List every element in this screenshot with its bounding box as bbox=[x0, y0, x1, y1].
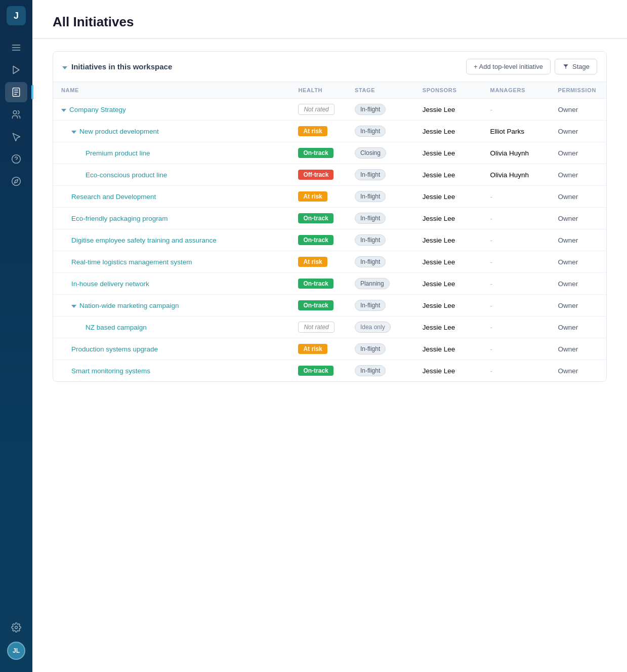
settings-icon bbox=[11, 622, 21, 633]
cell-stage: In-flight bbox=[347, 99, 414, 121]
table-row: Digitise employee safety training and as… bbox=[53, 229, 606, 251]
permission-value: Owner bbox=[558, 106, 578, 113]
cell-name: Eco-conscious product line bbox=[53, 164, 290, 186]
cell-name: Production systems upgrade bbox=[53, 338, 290, 360]
sidebar-item-cursor[interactable] bbox=[5, 127, 27, 147]
stage-badge: In-flight bbox=[355, 169, 386, 180]
table-row: Nation-wide marketing campaignOn-trackIn… bbox=[53, 295, 606, 317]
cell-health: Not rated bbox=[290, 317, 347, 338]
app-logo[interactable]: J bbox=[7, 6, 26, 25]
sponsors-value: Jessie Lee bbox=[423, 302, 455, 309]
managers-value: - bbox=[490, 324, 493, 331]
cell-health: On-track bbox=[290, 208, 347, 229]
health-badge: At risk bbox=[298, 126, 327, 136]
permission-value: Owner bbox=[558, 149, 578, 157]
add-initiative-button[interactable]: + Add top-level initiative bbox=[466, 59, 551, 74]
managers-value: - bbox=[490, 280, 493, 288]
initiative-name-premium-product-line[interactable]: Premium product line bbox=[86, 149, 282, 157]
sidebar-item-compass[interactable] bbox=[5, 171, 27, 191]
cell-managers: - bbox=[482, 295, 550, 317]
sidebar-item-settings[interactable] bbox=[5, 617, 27, 638]
cell-sponsors: Jessie Lee bbox=[414, 317, 482, 338]
cell-managers: - bbox=[482, 273, 550, 295]
permission-value: Owner bbox=[558, 345, 578, 353]
managers-value: - bbox=[490, 302, 493, 309]
initiative-name-eco-packaging[interactable]: Eco-friendly packaging program bbox=[71, 215, 282, 222]
cell-name: Premium product line bbox=[53, 142, 290, 164]
cell-sponsors: Jessie Lee bbox=[414, 273, 482, 295]
health-badge: At risk bbox=[298, 344, 327, 354]
sidebar-item-menu[interactable] bbox=[5, 37, 27, 58]
table-row: New product developmentAt riskIn-flightJ… bbox=[53, 121, 606, 142]
col-header-sponsors: SPONSORS bbox=[414, 82, 482, 99]
cell-name: Smart monitoring systems bbox=[53, 360, 290, 382]
sidebar-item-documents[interactable] bbox=[5, 82, 27, 102]
initiative-name-logistics[interactable]: Real-time logistics management system bbox=[71, 258, 282, 266]
health-badge: At risk bbox=[298, 191, 327, 202]
health-badge: On-track bbox=[298, 300, 333, 310]
initiative-name-delivery-network[interactable]: In-house delivery network bbox=[71, 280, 282, 288]
sidebar-item-play[interactable] bbox=[5, 60, 27, 80]
cell-stage: In-flight bbox=[347, 208, 414, 229]
sidebar-item-users[interactable] bbox=[5, 104, 27, 125]
table-row: Premium product lineOn-trackClosingJessi… bbox=[53, 142, 606, 164]
cell-permission: Owner bbox=[550, 295, 606, 317]
cell-health: At risk bbox=[290, 121, 347, 142]
workspace-actions: + Add top-level initiative Stage bbox=[466, 59, 597, 74]
permission-value: Owner bbox=[558, 215, 578, 222]
cell-name: New product development bbox=[53, 121, 290, 142]
cell-sponsors: Jessie Lee bbox=[414, 360, 482, 382]
user-avatar[interactable]: JL bbox=[7, 642, 25, 660]
chevron-down-icon[interactable] bbox=[71, 128, 76, 135]
initiative-name-smart-monitoring[interactable]: Smart monitoring systems bbox=[71, 367, 282, 375]
stage-badge: In-flight bbox=[355, 104, 386, 115]
chevron-down-icon[interactable] bbox=[71, 302, 76, 309]
cell-name: Real-time logistics management system bbox=[53, 251, 290, 273]
sidebar-item-help[interactable] bbox=[5, 149, 27, 169]
filter-icon bbox=[562, 63, 569, 70]
initiative-name-research-development[interactable]: Research and Development bbox=[71, 193, 282, 201]
health-badge: On-track bbox=[298, 279, 333, 289]
cell-name: In-house delivery network bbox=[53, 273, 290, 295]
sponsors-value: Jessie Lee bbox=[423, 215, 455, 222]
managers-value: Olivia Huynh bbox=[490, 171, 529, 179]
sponsors-value: Jessie Lee bbox=[423, 324, 455, 331]
initiative-name-eco-conscious[interactable]: Eco-conscious product line bbox=[86, 171, 282, 179]
sponsors-value: Jessie Lee bbox=[423, 367, 455, 375]
cell-managers: - bbox=[482, 338, 550, 360]
cell-managers: - bbox=[482, 251, 550, 273]
collapse-workspace-icon[interactable] bbox=[62, 62, 67, 71]
initiative-name-company-strategy[interactable]: Company Strategy bbox=[61, 106, 282, 113]
managers-value: - bbox=[490, 106, 493, 113]
cell-name: Nation-wide marketing campaign bbox=[53, 295, 290, 317]
cell-permission: Owner bbox=[550, 142, 606, 164]
sponsors-value: Jessie Lee bbox=[423, 258, 455, 266]
sidebar: J JL bbox=[0, 0, 32, 672]
chevron-down-icon[interactable] bbox=[61, 106, 66, 113]
filter-stage-button[interactable]: Stage bbox=[555, 59, 597, 74]
sponsors-value: Jessie Lee bbox=[423, 193, 455, 201]
cell-name: Eco-friendly packaging program bbox=[53, 208, 290, 229]
cell-sponsors: Jessie Lee bbox=[414, 186, 482, 208]
initiative-name-nz-campaign[interactable]: NZ based campaign bbox=[86, 324, 282, 331]
initiative-name-employee-safety[interactable]: Digitise employee safety training and as… bbox=[71, 236, 282, 244]
table-row: Real-time logistics management systemAt … bbox=[53, 251, 606, 273]
cell-managers: - bbox=[482, 99, 550, 121]
initiatives-table: NAME HEALTH STAGE SPONSORS MANAGERS PERM… bbox=[53, 82, 606, 381]
health-badge: On-track bbox=[298, 148, 333, 158]
managers-value: - bbox=[490, 258, 493, 266]
initiative-name-marketing-campaign[interactable]: Nation-wide marketing campaign bbox=[71, 302, 282, 309]
cell-stage: In-flight bbox=[347, 186, 414, 208]
workspace-title: Initiatives in this workspace bbox=[71, 62, 172, 71]
cell-sponsors: Jessie Lee bbox=[414, 295, 482, 317]
cell-health: On-track bbox=[290, 142, 347, 164]
initiative-name-new-product-development[interactable]: New product development bbox=[71, 128, 282, 135]
compass-icon bbox=[11, 176, 21, 186]
permission-value: Owner bbox=[558, 280, 578, 288]
cell-managers: - bbox=[482, 317, 550, 338]
cell-sponsors: Jessie Lee bbox=[414, 121, 482, 142]
col-header-health: HEALTH bbox=[290, 82, 347, 99]
initiative-name-production-upgrade[interactable]: Production systems upgrade bbox=[71, 345, 282, 353]
managers-value: - bbox=[490, 193, 493, 201]
sidebar-bottom: JL bbox=[5, 617, 27, 666]
